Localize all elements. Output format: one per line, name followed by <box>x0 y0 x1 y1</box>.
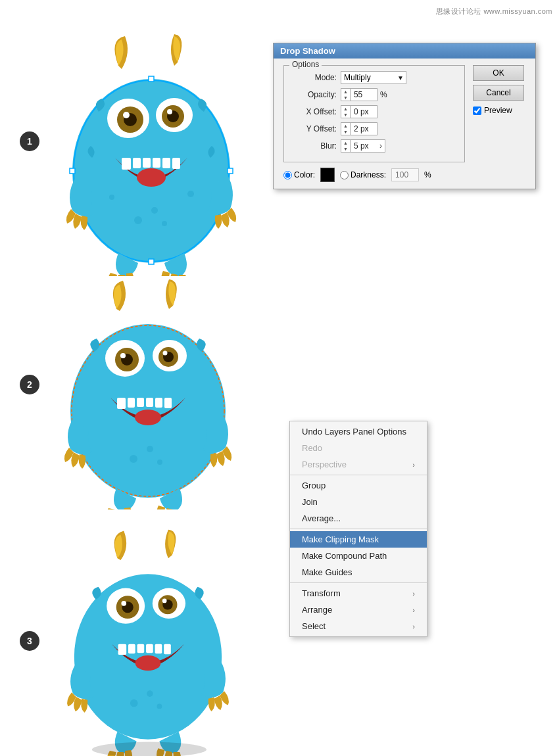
svg-rect-5 <box>149 259 154 264</box>
mode-select-wrapper[interactable]: Multiply ▼ <box>341 71 406 84</box>
dialog-title: Drop Shadow <box>274 43 535 59</box>
darkness-label-text: Darkness: <box>351 170 386 179</box>
svg-rect-38 <box>137 398 144 407</box>
options-group: Options Mode: Multiply ▼ Opacity: <box>283 65 465 162</box>
x-offset-down-arrow[interactable]: ▼ <box>341 112 350 118</box>
menu-item-make-guides-label: Make Guides <box>302 567 352 577</box>
transform-arrow-icon: › <box>412 590 415 598</box>
svg-rect-37 <box>128 398 135 408</box>
svg-point-25 <box>187 191 194 197</box>
mode-select[interactable]: Multiply <box>341 71 406 84</box>
menu-item-perspective-label: Perspective <box>302 460 347 469</box>
svg-rect-14 <box>122 158 131 170</box>
menu-item-arrange-label: Arrange <box>302 605 332 615</box>
menu-item-make-clipping-mask[interactable]: Make Clipping Mask <box>290 531 427 548</box>
svg-point-13 <box>167 109 172 114</box>
svg-rect-3 <box>228 168 233 174</box>
svg-point-53 <box>121 601 126 606</box>
blur-value: 5 px <box>351 140 377 152</box>
monster-1-svg <box>53 26 250 276</box>
svg-point-24 <box>109 195 114 200</box>
menu-item-perspective: Perspective › <box>290 456 427 473</box>
arrange-arrow-icon: › <box>412 606 415 614</box>
x-offset-spin[interactable]: ▲ ▼ 0 px <box>341 105 377 118</box>
menu-item-redo: Redo <box>290 440 427 456</box>
menu-separator-3 <box>290 582 427 583</box>
menu-item-make-compound-path[interactable]: Make Compound Path <box>290 548 427 564</box>
preview-label: Preview <box>484 106 512 115</box>
svg-rect-56 <box>128 644 135 654</box>
svg-rect-15 <box>133 158 141 168</box>
select-arrow-icon: › <box>412 623 415 630</box>
color-label-text: Color: <box>294 170 315 179</box>
darkness-radio-label[interactable]: Darkness: <box>340 170 386 179</box>
menu-item-undo[interactable]: Undo Layers Panel Options <box>290 423 427 440</box>
ok-button[interactable]: OK <box>473 65 524 81</box>
svg-rect-17 <box>153 158 160 168</box>
x-offset-up-arrow[interactable]: ▲ <box>341 106 350 112</box>
svg-rect-39 <box>146 398 153 407</box>
y-offset-spin[interactable]: ▲ ▼ 2 px <box>341 122 377 135</box>
svg-rect-55 <box>118 644 127 655</box>
menu-item-group[interactable]: Group <box>290 477 427 494</box>
svg-point-65 <box>92 742 207 756</box>
y-offset-row: Y Offset: ▲ ▼ 2 px <box>291 122 458 135</box>
options-legend: Options <box>289 60 322 69</box>
blur-spin[interactable]: ▲ ▼ 5 px › <box>341 139 385 153</box>
menu-item-select[interactable]: Select › <box>290 618 427 634</box>
y-offset-spin-arrows[interactable]: ▲ ▼ <box>341 123 351 135</box>
svg-point-12 <box>123 112 130 118</box>
color-radio[interactable] <box>283 171 292 179</box>
blur-expand-icon[interactable]: › <box>377 140 385 152</box>
darkness-value: 100 <box>392 169 418 181</box>
menu-item-group-label: Group <box>302 481 326 490</box>
svg-rect-60 <box>164 644 171 654</box>
blur-down-arrow[interactable]: ▼ <box>341 146 350 152</box>
svg-rect-19 <box>172 158 180 169</box>
step-badge-1: 1 <box>20 131 39 151</box>
blur-up-arrow[interactable]: ▲ <box>341 140 350 146</box>
menu-item-average[interactable]: Average... <box>290 510 427 527</box>
svg-point-42 <box>135 410 161 425</box>
menu-item-redo-label: Redo <box>302 443 322 453</box>
y-offset-label: Y Offset: <box>291 124 337 133</box>
monster-1-container <box>53 26 250 279</box>
color-row: Color: Darkness: 100 % <box>283 168 465 182</box>
svg-point-62 <box>147 690 153 697</box>
mode-label: Mode: <box>291 73 337 82</box>
color-swatch[interactable] <box>320 168 335 182</box>
opacity-up-arrow[interactable]: ▲ <box>341 89 350 95</box>
preview-checkbox[interactable] <box>473 106 481 115</box>
color-radio-label[interactable]: Color: <box>283 170 315 179</box>
menu-item-average-label: Average... <box>302 513 341 523</box>
svg-rect-4 <box>149 76 154 82</box>
blur-spin-arrows[interactable]: ▲ ▼ <box>341 140 351 152</box>
cancel-button[interactable]: Cancel <box>473 85 524 101</box>
opacity-down-arrow[interactable]: ▼ <box>341 95 350 101</box>
svg-point-64 <box>130 699 138 707</box>
svg-rect-16 <box>143 158 151 168</box>
opacity-spin-arrows[interactable]: ▲ ▼ <box>341 89 351 101</box>
opacity-spin[interactable]: ▲ ▼ 55 <box>341 88 377 101</box>
monster-2-svg <box>46 273 250 509</box>
svg-point-21 <box>151 207 158 214</box>
menu-item-arrange[interactable]: Arrange › <box>290 602 427 618</box>
svg-point-43 <box>147 446 153 452</box>
darkness-spin: 100 <box>391 168 419 181</box>
y-offset-down-arrow[interactable]: ▼ <box>341 129 350 135</box>
x-offset-spin-arrows[interactable]: ▲ ▼ <box>341 106 351 118</box>
svg-point-22 <box>162 221 167 226</box>
menu-item-make-guides[interactable]: Make Guides <box>290 564 427 580</box>
y-offset-up-arrow[interactable]: ▲ <box>341 123 350 129</box>
menu-separator-1 <box>290 475 427 475</box>
context-menu: Undo Layers Panel Options Redo Perspecti… <box>289 421 427 637</box>
monster-3-svg <box>53 519 243 756</box>
svg-point-61 <box>135 655 161 671</box>
y-offset-value: 2 px <box>351 123 377 135</box>
menu-item-clipping-mask-label: Make Clipping Mask <box>302 534 379 544</box>
darkness-radio[interactable] <box>340 171 349 179</box>
menu-item-join[interactable]: Join <box>290 494 427 510</box>
svg-point-54 <box>162 599 167 603</box>
perspective-arrow-icon: › <box>412 461 415 469</box>
menu-item-transform[interactable]: Transform › <box>290 585 427 602</box>
